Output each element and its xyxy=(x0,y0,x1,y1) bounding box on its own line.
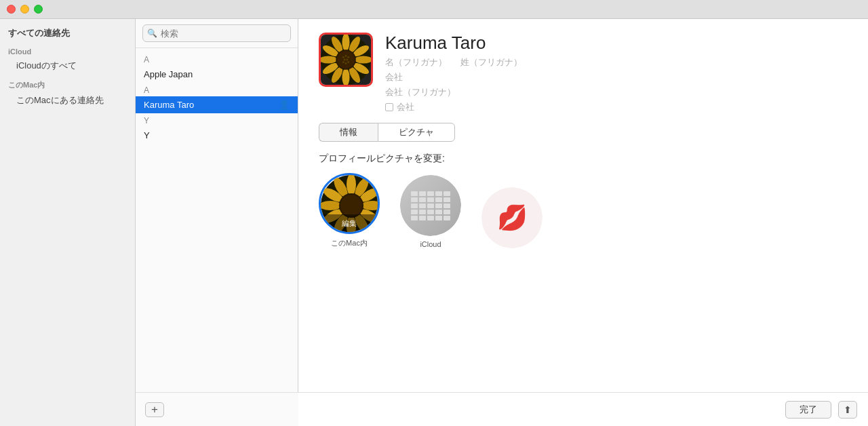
contacts-scroll: A Apple Japan A Karuma Taro 👤 Y Y xyxy=(136,48,298,426)
pic-circle-icloud[interactable] xyxy=(400,175,461,236)
contact-letter-a2: A xyxy=(136,83,298,96)
minimize-button[interactable] xyxy=(20,5,29,14)
svg-point-16 xyxy=(345,55,347,57)
contact-name-apple: Apple Japan xyxy=(144,69,193,79)
pic-label-icloud: iCloud xyxy=(420,240,441,248)
contacts-bottom-bar: + xyxy=(136,392,298,426)
search-bar: 🔍 xyxy=(136,19,298,48)
add-contact-button[interactable]: + xyxy=(145,402,164,417)
sidebar: すべての連絡先 iCloud iCloudのすべて このMac内 このMacにあ… xyxy=(0,19,136,426)
done-button[interactable]: 完了 xyxy=(785,401,831,419)
contact-name-karuma: Karuma Taro xyxy=(144,100,194,110)
company-checkbox[interactable] xyxy=(385,103,393,111)
tab-picture[interactable]: ピクチャ xyxy=(378,123,455,142)
sidebar-icloud-group: iCloud xyxy=(0,42,135,57)
svg-point-21 xyxy=(345,62,347,64)
contact-company-check: 会社 xyxy=(385,101,522,113)
contact-header: Karuma Taro 名（フリガナ） 姓（フリガナ） 会社 会社（フリガナ） … xyxy=(319,33,848,113)
svg-point-14 xyxy=(337,51,355,69)
svg-point-19 xyxy=(346,59,348,61)
edit-overlay[interactable]: 編集 xyxy=(321,214,378,232)
contact-full-name: Karuma Taro xyxy=(385,33,522,54)
pic-circle-lips[interactable]: 💋 xyxy=(481,187,542,248)
picture-section-title: プロフィールピクチャを変更: xyxy=(319,153,445,165)
contact-furigana: 名（フリガナ） 姓（フリガナ） xyxy=(385,56,522,69)
svg-point-37 xyxy=(340,195,362,216)
furigana-first: 名（フリガナ） xyxy=(385,56,447,69)
list-item-y[interactable]: Y xyxy=(136,127,298,144)
detail-panel: Karuma Taro 名（フリガナ） 姓（フリガナ） 会社 会社（フリガナ） … xyxy=(298,19,868,426)
contact-name-y: Y xyxy=(144,130,150,140)
picture-section: プロフィールピクチャを変更: xyxy=(319,153,848,248)
search-input[interactable] xyxy=(142,24,291,42)
share-button[interactable]: ⬆ xyxy=(838,401,857,419)
tab-info[interactable]: 情報 xyxy=(319,123,378,142)
list-item-selected[interactable]: Karuma Taro 👤 xyxy=(136,96,298,113)
contact-company: 会社 xyxy=(385,71,522,83)
close-button[interactable] xyxy=(7,5,16,14)
sidebar-item-mac-contacts[interactable]: このMacにある連絡先 xyxy=(0,92,135,109)
pic-label-mac: このMac内 xyxy=(331,238,368,248)
list-item[interactable]: Apple Japan xyxy=(136,66,298,83)
fullscreen-button[interactable] xyxy=(34,5,43,14)
svg-point-17 xyxy=(347,56,349,58)
svg-point-22 xyxy=(347,61,349,63)
avatar-image xyxy=(321,35,371,85)
pic-circle-mac[interactable]: 編集 xyxy=(319,173,380,234)
svg-point-15 xyxy=(342,56,344,58)
keyboard-image xyxy=(400,175,461,236)
search-icon: 🔍 xyxy=(147,28,157,38)
pic-item-mac: 編集 このMac内 xyxy=(319,173,380,248)
contact-letter-a1: A xyxy=(136,52,298,66)
titlebar xyxy=(0,0,868,19)
contact-letter-y: Y xyxy=(136,113,298,127)
tabs: 情報 ピクチャ xyxy=(319,123,455,142)
sidebar-all-contacts[interactable]: すべての連絡先 xyxy=(0,24,135,42)
left-pane-bottom xyxy=(298,392,597,426)
company-check-label: 会社 xyxy=(397,101,414,113)
pic-item-icloud: iCloud xyxy=(400,175,461,248)
person-icon: 👤 xyxy=(279,100,290,110)
share-icon: ⬆ xyxy=(844,404,852,415)
pictures-row: 編集 このMac内 xyxy=(319,173,542,248)
svg-point-18 xyxy=(344,59,346,61)
detail-bottom: 完了 ⬆ xyxy=(597,392,868,426)
contacts-list: 🔍 A Apple Japan A Karuma Taro 👤 Y Y xyxy=(136,19,298,426)
svg-point-20 xyxy=(342,61,344,63)
sidebar-item-icloud-all[interactable]: iCloudのすべて xyxy=(0,57,135,75)
avatar[interactable] xyxy=(319,33,373,87)
pic-item-lips: 💋 xyxy=(481,187,542,248)
contact-info: Karuma Taro 名（フリガナ） 姓（フリガナ） 会社 会社（フリガナ） … xyxy=(385,33,522,113)
furigana-last: 姓（フリガナ） xyxy=(460,56,522,69)
contact-company-furigana: 会社（フリガナ） xyxy=(385,86,522,98)
sidebar-mac-group: このMac内 xyxy=(0,75,135,92)
lips-image: 💋 xyxy=(481,187,542,248)
app-window: すべての連絡先 iCloud iCloudのすべて このMac内 このMacにあ… xyxy=(0,19,868,426)
